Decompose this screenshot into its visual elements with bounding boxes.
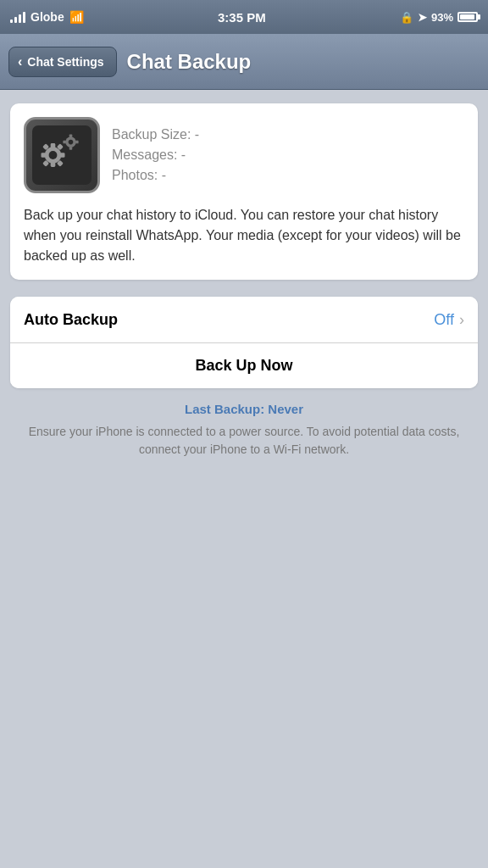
footer-note: Ensure your iPhone is connected to a pow… <box>24 423 464 459</box>
battery-icon <box>458 12 478 22</box>
lock-icon: 🔒 <box>400 11 413 24</box>
messages-label: Messages: - <box>112 147 199 163</box>
info-top: Backup Size: - Messages: - Photos: - <box>24 117 464 193</box>
svg-rect-13 <box>69 135 73 138</box>
location-icon: ➤ <box>418 11 427 24</box>
back-up-now-row[interactable]: Back Up Now <box>10 342 478 388</box>
info-stats: Backup Size: - Messages: - Photos: - <box>112 117 199 193</box>
carrier-label: Globe <box>30 10 64 24</box>
back-up-now-label: Back Up Now <box>24 357 464 375</box>
status-right: 🔒 ➤ 93% <box>400 11 478 24</box>
svg-rect-3 <box>51 143 56 148</box>
svg-rect-6 <box>42 153 47 158</box>
photos-label: Photos: - <box>112 168 199 183</box>
battery-percent: 93% <box>431 11 453 24</box>
auto-backup-row[interactable]: Auto Backup Off › <box>10 297 478 342</box>
wifi-icon: 📶 <box>69 10 84 24</box>
settings-list: Auto Backup Off › Back Up Now <box>10 297 478 388</box>
status-left: Globe 📶 <box>10 10 84 24</box>
auto-backup-label: Auto Backup <box>24 311 434 329</box>
svg-rect-16 <box>63 141 66 144</box>
app-icon <box>24 117 100 193</box>
svg-point-2 <box>49 151 58 159</box>
content-area: Backup Size: - Messages: - Photos: - Bac… <box>0 90 488 868</box>
back-button[interactable]: ‹ Chat Settings <box>8 47 117 77</box>
gear-svg-icon <box>32 125 92 185</box>
svg-rect-15 <box>75 141 79 144</box>
back-button-label: Chat Settings <box>27 55 103 69</box>
svg-rect-5 <box>60 153 65 158</box>
status-time: 3:35 PM <box>218 10 266 25</box>
footer: Last Backup: Never Ensure your iPhone is… <box>10 398 478 472</box>
info-card: Backup Size: - Messages: - Photos: - Bac… <box>10 103 478 280</box>
page-title: Chat Backup <box>127 50 252 74</box>
signal-bars-icon <box>10 11 25 23</box>
nav-bar: ‹ Chat Settings Chat Backup <box>0 34 488 90</box>
backup-size-label: Backup Size: - <box>112 127 199 142</box>
back-chevron-icon: ‹ <box>18 54 22 70</box>
info-description: Back up your chat history to iCloud. You… <box>24 205 464 266</box>
auto-backup-value: Off <box>434 311 454 329</box>
auto-backup-chevron-icon: › <box>459 311 464 329</box>
last-backup-label: Last Backup: Never <box>24 402 464 416</box>
svg-point-12 <box>69 140 74 145</box>
status-bar: Globe 📶 3:35 PM 🔒 ➤ 93% <box>0 0 488 34</box>
svg-rect-14 <box>69 147 73 150</box>
svg-rect-4 <box>51 162 56 167</box>
